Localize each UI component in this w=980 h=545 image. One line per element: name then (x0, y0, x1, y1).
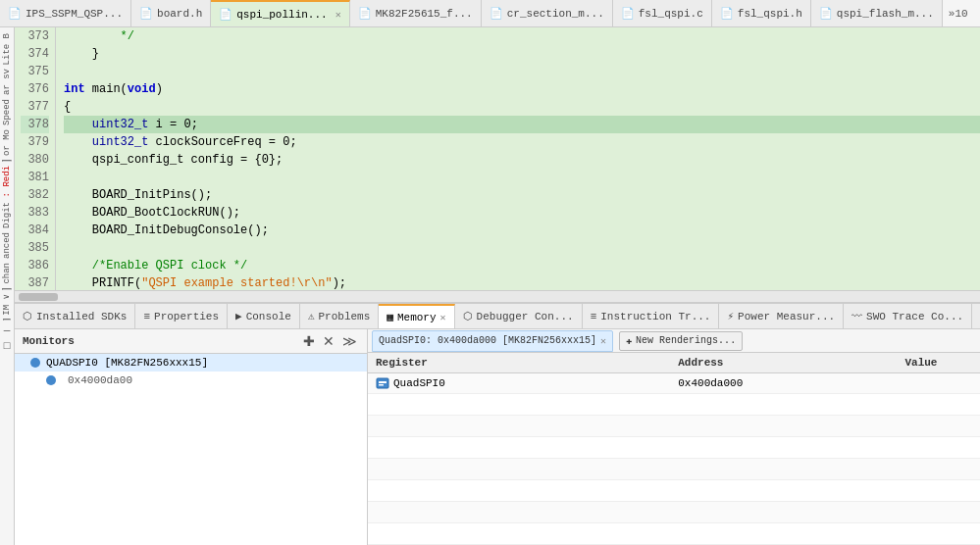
content-area: 373 374 375 376 377 378 379 380 381 382 … (15, 27, 980, 545)
tab-close-button[interactable]: ✕ (335, 9, 341, 21)
sidebar-minimize-btn[interactable]: — (4, 324, 11, 336)
monitor-item-label: QUADSPI0 [MK82FN256xxx15] (46, 357, 208, 369)
horizontal-scrollbar[interactable] (15, 290, 980, 302)
memory-icon: ▦ (387, 311, 393, 323)
code-content[interactable]: */ } int main(void) { uint32_t i = 0; ui… (56, 27, 980, 290)
sidebar-item-ar-sv[interactable]: ar sv (2, 69, 12, 95)
problems-icon: ⚠ (308, 310, 315, 322)
sidebar-item-im[interactable]: IM ∨ (2, 294, 12, 316)
tab-board[interactable]: 📄 board.h (131, 0, 211, 26)
monitors-header: Monitors ✚ ✕ ≫ (15, 329, 367, 354)
tab-qspi-polling[interactable]: 📄 qspi_pollin... ✕ (211, 0, 349, 26)
tab-fsl-qspi-c[interactable]: 📄 fsl_qspi.c (613, 0, 712, 26)
tab-cr-section[interactable]: 📄 cr_section_m... (482, 0, 613, 26)
tab-instruction-tr[interactable]: ≡ Instruction Tr... (583, 304, 720, 328)
code-editor: 373 374 375 376 377 378 379 380 381 382 … (15, 27, 980, 290)
code-line-382: BOARD_InitPins(); (64, 186, 980, 204)
tab-memory[interactable]: ▦ Memory ✕ (379, 304, 454, 328)
code-line-376: int main(void) (64, 80, 980, 98)
editor-tab-bar: 📄 IPS_SSPM_QSP... 📄 board.h 📄 qspi_polli… (0, 0, 980, 27)
sidebar-item-speed[interactable]: Speed (2, 99, 12, 125)
tab-swo-trace[interactable]: 〰 SWO Trace Co... (844, 304, 972, 328)
register-table-header: Register Address Value (368, 353, 980, 373)
bottom-tab-bar: ⬡ Installed SDKs ≡ Properties ▶ Console … (15, 304, 980, 329)
file-icon: 📄 (819, 7, 833, 20)
code-line-380: qspi_config_t config = {0}; (64, 151, 980, 169)
rendering-tab-close[interactable]: ✕ (600, 335, 606, 347)
tab-power-measur[interactable]: ⚡ Power Measur... (719, 304, 844, 328)
tab-fsl-qspi-h[interactable]: 📄 fsl_qspi.h (712, 0, 811, 26)
file-icon: 📄 (621, 7, 635, 20)
power-icon: ⚡ (727, 310, 734, 322)
add-monitor-button[interactable]: ✚ (301, 333, 317, 349)
code-line-386: /*Enable QSPI clock */ (64, 257, 980, 274)
code-line-383: BOARD_BootClockRUN(); (64, 204, 980, 222)
file-icon: 📄 (8, 7, 22, 20)
register-row-quadspi0[interactable]: QuadSPI0 0x400da000 (368, 373, 980, 394)
installed-sdks-icon: ⬡ (23, 310, 32, 322)
register-col-header: Register (376, 357, 678, 369)
monitor-item-quadspi0[interactable]: QUADSPI0 [MK82FN256xxx15] (15, 354, 367, 372)
tab-mk82[interactable]: 📄 MK82F25615_f... (350, 0, 482, 26)
tab-qspi-flash[interactable]: 📄 qspi_flash_m... (811, 0, 943, 26)
file-icon: 📄 (139, 7, 153, 20)
tab-overflow-button[interactable]: »10 (943, 8, 974, 20)
monitor-item-address[interactable]: 0x4000da00 (15, 372, 367, 389)
instruction-icon: ≡ (591, 311, 597, 322)
sidebar-expand-btn[interactable]: □ (4, 340, 11, 352)
sidebar-item-lite-b[interactable]: Lite B (2, 33, 12, 65)
tab-problems[interactable]: ⚠ Problems (300, 304, 379, 328)
code-line-385 (64, 239, 980, 257)
swo-icon: 〰 (851, 310, 862, 322)
properties-icon: ≡ (143, 311, 150, 322)
sidebar-item-anced[interactable]: anced (2, 232, 12, 259)
more-monitor-button[interactable]: ≫ (340, 333, 359, 349)
code-line-381 (64, 169, 980, 186)
register-row-empty-5 (368, 480, 980, 502)
sidebar-item-digit[interactable]: Digit (2, 202, 12, 228)
register-row-empty-2 (368, 416, 980, 437)
tab-console[interactable]: ▶ Console (228, 304, 300, 328)
monitors-title: Monitors (23, 335, 75, 347)
file-icon: 📄 (490, 7, 503, 20)
register-table: Register Address Value (368, 353, 980, 545)
code-line-373: */ (64, 27, 980, 45)
register-row-empty-4 (368, 459, 980, 480)
tab-search[interactable]: 🔍 Sear (972, 304, 980, 328)
line-numbers: 373 374 375 376 377 378 379 380 381 382 … (15, 27, 56, 290)
register-row-empty-3 (368, 437, 980, 459)
code-line-375 (64, 63, 980, 80)
renderings-tab-bar: QuadSPI0: 0x400da000 [MK82FN256xxx15] ✕ … (368, 329, 980, 353)
register-row-address: 0x400da000 (678, 377, 904, 389)
tab-installed-sdks[interactable]: ⬡ Installed SDKs (15, 304, 135, 328)
remove-monitor-button[interactable]: ✕ (321, 333, 336, 349)
monitor-item-addr-icon (46, 375, 56, 385)
tab-properties[interactable]: ≡ Properties (135, 304, 228, 328)
svg-rect-2 (379, 384, 384, 386)
tab-debugger-con[interactable]: ⬡ Debugger Con... (455, 304, 583, 328)
sidebar-item-or-mo[interactable]: or Mo (2, 129, 12, 156)
rendering-tab-label: QuadSPI0: 0x400da000 [MK82FN256xxx15] (379, 335, 596, 346)
code-line-374: } (64, 45, 980, 63)
memory-content: Monitors ✚ ✕ ≫ QUADSPI0 [MK82FN256xxx15] (15, 329, 980, 545)
file-icon: 📄 (720, 7, 734, 20)
code-line-379: uint32_t clockSourceFreq = 0; (64, 133, 980, 151)
code-line-384: BOARD_InitDebugConsole(); (64, 222, 980, 239)
register-row-icon (376, 376, 389, 390)
rendering-tab-quadspi0[interactable]: QuadSPI0: 0x400da000 [MK82FN256xxx15] ✕ (372, 330, 613, 352)
h-scrollbar-thumb[interactable] (19, 293, 58, 301)
bottom-panel: ⬡ Installed SDKs ≡ Properties ▶ Console … (15, 302, 980, 545)
memory-tab-close[interactable]: ✕ (440, 312, 446, 323)
svg-rect-1 (379, 381, 387, 383)
file-icon: 📄 (219, 8, 232, 21)
sidebar-item-redis[interactable]: : Redi (2, 166, 12, 197)
plus-icon: ✚ (626, 335, 632, 347)
left-sidebar: Lite B ar sv Speed or Mo : Redi Digit an… (0, 27, 15, 545)
code-line-378: uint32_t i = 0; (64, 116, 980, 133)
sidebar-item-chan[interactable]: chan (2, 263, 12, 284)
new-rendering-button[interactable]: ✚ New Renderings... (619, 331, 743, 351)
monitor-item-icon (30, 358, 40, 368)
tab-ips[interactable]: 📄 IPS_SSPM_QSP... (0, 0, 131, 26)
value-col-header: Value (904, 357, 980, 369)
address-col-header: Address (678, 357, 904, 369)
